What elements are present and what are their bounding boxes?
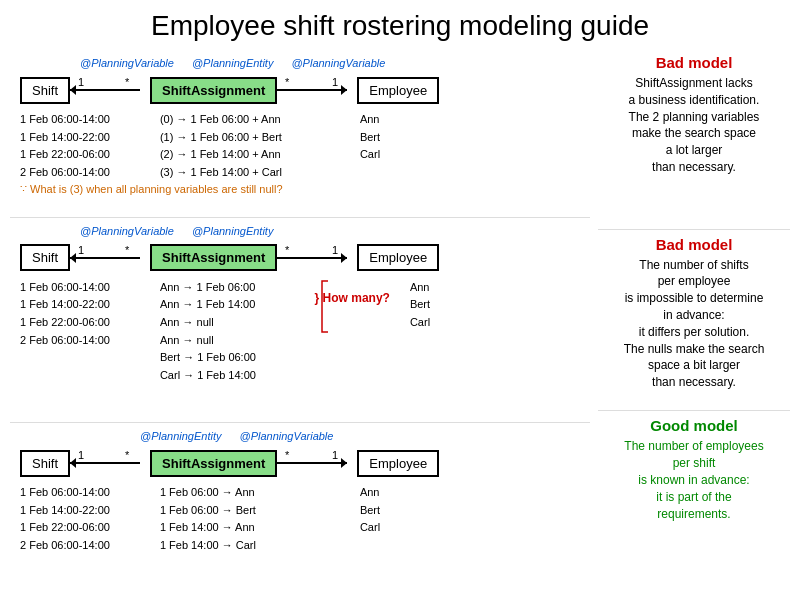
- assignment-data-2: Ann → 1 Feb 06:00 Ann → 1 Feb 14:00 Ann …: [160, 279, 320, 385]
- shift-box-2: Shift: [20, 244, 70, 271]
- annotations-row-1: @PlanningVariable @PlanningEntity @Plann…: [20, 54, 590, 72]
- svg-marker-17: [70, 458, 76, 468]
- right-column: Bad model ShiftAssignment lacksa busines…: [590, 50, 790, 590]
- annotation-planning-var-2: @PlanningVariable: [291, 57, 385, 69]
- svg-text:1: 1: [78, 76, 84, 88]
- svg-text:1: 1: [332, 244, 338, 256]
- annotations-row-3: @PlanningEntity @PlanningVariable: [20, 427, 590, 445]
- bad-model-title-1: Bad model: [656, 54, 733, 71]
- svg-text:*: *: [285, 244, 290, 256]
- svg-text:*: *: [125, 449, 130, 461]
- warning-text-1: ∵ What is (3) when all planning variable…: [20, 183, 590, 196]
- section-good: @PlanningEntity @PlanningVariable Shift …: [10, 423, 590, 590]
- bad-model-title-2: Bad model: [656, 236, 733, 253]
- annotation-planning-var-3: @PlanningVariable: [80, 225, 174, 237]
- shift-box-1: Shift: [20, 77, 70, 104]
- section-bad2: @PlanningVariable @PlanningEntity Shift …: [10, 218, 590, 424]
- good-model-title: Good model: [650, 417, 738, 434]
- content-area: @PlanningVariable @PlanningEntity @Plann…: [10, 50, 790, 590]
- left-arrow-3: 1 *: [70, 445, 150, 481]
- good-model-desc: The number of employeesper shiftis known…: [624, 438, 763, 522]
- shift-assignment-box-2: ShiftAssignment: [150, 244, 277, 271]
- page: Employee shift rostering modeling guide …: [0, 0, 800, 600]
- shift-data-1: 1 Feb 06:00-14:00 1 Feb 14:00-22:00 1 Fe…: [20, 111, 110, 181]
- svg-text:1: 1: [78, 244, 84, 256]
- left-arrow-2: 1 *: [70, 240, 150, 276]
- svg-marker-9: [70, 253, 76, 263]
- shift-data-2: 1 Feb 06:00-14:00 1 Feb 14:00-22:00 1 Fe…: [20, 279, 110, 385]
- annotation-planning-entity-2: @PlanningEntity: [192, 225, 274, 237]
- assignment-data-3: 1 Feb 06:00 → Ann 1 Feb 06:00 → Bert 1 F…: [160, 484, 320, 554]
- bad-model-desc-2: The number of shiftsper employeeis impos…: [624, 257, 765, 391]
- data-rows-2: 1 Feb 06:00-14:00 1 Feb 14:00-22:00 1 Fe…: [20, 279, 590, 385]
- entity-row-3: Shift 1 * ShiftAssignment * 1: [20, 445, 580, 481]
- annotation-planning-var-4: @PlanningVariable: [240, 430, 334, 442]
- right-section-bad1: Bad model ShiftAssignment lacksa busines…: [598, 50, 790, 227]
- section-bad1: @PlanningVariable @PlanningEntity @Plann…: [10, 50, 590, 218]
- left-arrow-1: 1 *: [70, 72, 150, 108]
- diagrams-column: @PlanningVariable @PlanningEntity @Plann…: [10, 50, 590, 590]
- employee-box-2: Employee: [357, 244, 439, 271]
- svg-text:*: *: [125, 76, 130, 88]
- data-rows-3: 1 Feb 06:00-14:00 1 Feb 14:00-22:00 1 Fe…: [20, 484, 590, 554]
- shift-assignment-box-3: ShiftAssignment: [150, 450, 277, 477]
- bracket-svg: [318, 279, 330, 334]
- employee-box-1: Employee: [357, 77, 439, 104]
- svg-text:1: 1: [332, 76, 338, 88]
- svg-marker-5: [341, 85, 347, 95]
- employee-data-1: Ann Bert Carl: [360, 111, 380, 181]
- svg-text:*: *: [285, 76, 290, 88]
- svg-marker-1: [70, 85, 76, 95]
- employee-data-3: Ann Bert Carl: [360, 484, 380, 554]
- bad-model-desc-1: ShiftAssignment lacksa business identifi…: [629, 75, 760, 176]
- annotation-planning-var-1: @PlanningVariable: [80, 57, 174, 69]
- employee-box-3: Employee: [357, 450, 439, 477]
- right-arrow-3: * 1: [277, 445, 357, 481]
- page-title: Employee shift rostering modeling guide: [10, 10, 790, 42]
- assignment-data-1: (0) → 1 Feb 06:00 + Ann (1) → 1 Feb 06:0…: [160, 111, 320, 181]
- svg-text:1: 1: [78, 449, 84, 461]
- svg-marker-13: [341, 253, 347, 263]
- right-section-good: Good model The number of employeesper sh…: [598, 413, 790, 590]
- shift-data-3: 1 Feb 06:00-14:00 1 Feb 14:00-22:00 1 Fe…: [20, 484, 110, 554]
- right-section-bad2: Bad model The number of shiftsper employ…: [598, 232, 790, 409]
- entity-row-1: Shift 1 * ShiftAssignment: [20, 72, 580, 108]
- svg-text:1: 1: [332, 449, 338, 461]
- entity-row-2: Shift 1 * ShiftAssignment * 1: [20, 240, 580, 276]
- right-arrow-2: * 1: [277, 240, 357, 276]
- annotations-row-2: @PlanningVariable @PlanningEntity: [20, 222, 590, 240]
- svg-marker-21: [341, 458, 347, 468]
- svg-text:*: *: [125, 244, 130, 256]
- shift-assignment-box-1: ShiftAssignment: [150, 77, 277, 104]
- svg-text:*: *: [285, 449, 290, 461]
- data-rows-1: 1 Feb 06:00-14:00 1 Feb 14:00-22:00 1 Fe…: [20, 111, 590, 181]
- annotation-planning-entity-1: @PlanningEntity: [192, 57, 274, 69]
- annotation-planning-entity-3: @PlanningEntity: [140, 430, 222, 442]
- right-arrow-1: * 1: [277, 72, 357, 108]
- employee-data-2: Ann Bert Carl: [410, 279, 430, 385]
- shift-box-3: Shift: [20, 450, 70, 477]
